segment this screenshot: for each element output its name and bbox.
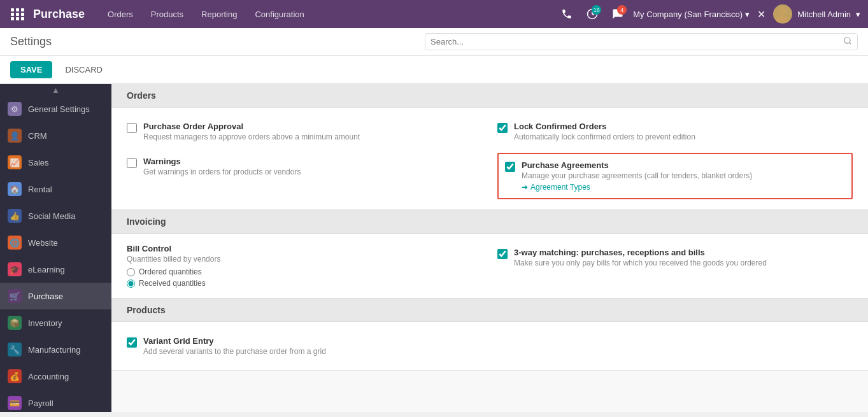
purchase-order-approval-label: Purchase Order Approval [143,122,482,131]
sidebar-item-purchase[interactable]: 🛒 Purchase [0,283,111,309]
search-icon [843,36,852,47]
chevron-down-icon: ▾ [745,10,750,19]
sidebar-item-elearning[interactable]: 🎓 eLearning [0,256,111,283]
warnings-desc: Get warnings in orders for products or v… [143,167,482,176]
agreement-types-link[interactable]: ➜ Agreement Types [522,183,590,192]
accounting-icon: 💰 [8,369,22,383]
lock-confirmed-orders-checkbox[interactable] [497,123,508,133]
invoicing-section-header: Invoicing [111,210,868,234]
sidebar: ▲ ⚙ General Settings 👤 CRM 📈 Sales 🏠 Ren… [0,84,111,412]
chat-badge: 4 [617,5,627,15]
radio-ordered-quantities[interactable]: Ordered quantities [127,267,482,276]
radio-received-quantities[interactable]: Received quantities [127,279,482,288]
arrow-right-icon: ➜ [522,183,528,192]
sidebar-item-website[interactable]: 🌐 Website [0,229,111,256]
chat-icon-btn[interactable]: 4 [608,4,628,24]
user-chevron-icon: ▾ [856,10,860,19]
manufacturing-icon: 🔧 [8,343,22,357]
variant-grid-entry-desc: Add several variants to the purchase ord… [143,347,853,356]
main-layout: ▲ ⚙ General Settings 👤 CRM 📈 Sales 🏠 Ren… [0,84,868,412]
svg-point-2 [776,16,789,23]
purchase-agreements-desc: Manage your purchase agreements (call fo… [522,171,845,180]
setting-purchase-order-approval: Purchase Order Approval Request managers… [127,118,482,145]
sidebar-item-payroll[interactable]: 💳 Payroll [0,390,111,412]
received-qty-radio[interactable] [127,279,135,288]
svg-point-1 [779,8,786,15]
purchase-icon: 🛒 [8,289,22,303]
payroll-icon: 💳 [8,396,22,410]
invoicing-section-body: Bill Control Quantities billed by vendor… [111,234,868,299]
social-icon: 👍 [8,209,22,223]
clock-icon-btn[interactable]: 16 [582,4,602,24]
purchase-agreements-checkbox[interactable] [505,162,515,172]
clock-badge: 16 [592,5,601,15]
variant-grid-entry-checkbox[interactable] [127,337,137,348]
app-title: Purchase [33,8,85,21]
inventory-icon: 📦 [8,316,22,330]
orders-section-header: Orders [111,84,868,108]
orders-right-col: Lock Confirmed Orders Automatically lock… [497,118,853,199]
nav-reporting[interactable]: Reporting [194,7,245,22]
content-area: Orders Purchase Order Approval Request m… [111,84,868,412]
sidebar-item-rental[interactable]: 🏠 Rental [0,176,111,202]
sidebar-item-social-media[interactable]: 👍 Social Media [0,202,111,229]
purchase-order-approval-checkbox[interactable] [127,123,137,133]
warnings-label: Warnings [143,157,482,166]
top-nav-menu: Orders Products Reporting Configuration [100,7,557,22]
bill-control-desc: Quantities billed by vendors [127,255,482,264]
svg-point-3 [844,38,850,43]
sidebar-item-inventory[interactable]: 📦 Inventory [0,309,111,336]
elearning-icon: 🎓 [8,262,22,276]
sidebar-item-accounting[interactable]: 💰 Accounting [0,363,111,390]
orders-settings-grid: Purchase Order Approval Request managers… [127,118,853,199]
products-section-body: Variant Grid Entry Add several variants … [111,322,868,371]
user-name[interactable]: Mitchell Admin [797,10,851,19]
warnings-checkbox[interactable] [127,158,137,168]
setting-warnings: Warnings Get warnings in orders for prod… [127,153,482,180]
variant-grid-entry-label: Variant Grid Entry [143,336,853,346]
top-navigation: Purchase Orders Products Reporting Confi… [0,0,868,28]
bill-control-radio-group: Ordered quantities Received quantities [127,267,482,288]
bill-control-label: Bill Control [127,244,482,253]
lock-confirmed-orders-label: Lock Confirmed Orders [514,122,853,131]
search-input[interactable] [430,37,843,46]
company-selector[interactable]: My Company (San Francisco) ▾ [633,10,750,19]
app-grid-icon[interactable] [8,4,28,24]
nav-products[interactable]: Products [143,7,191,22]
orders-left-col: Purchase Order Approval Request managers… [127,118,482,199]
website-icon: 🌐 [8,236,22,250]
sales-icon: 📈 [8,155,22,169]
purchase-agreements-label: Purchase Agreements [522,160,845,170]
phone-icon-btn[interactable] [557,4,577,24]
sidebar-item-sales[interactable]: 📈 Sales [0,149,111,176]
discard-button[interactable]: DISCARD [57,61,110,78]
subheader: Settings [0,28,868,56]
nav-configuration[interactable]: Configuration [247,7,311,22]
sidebar-scroll-up[interactable]: ▲ [0,84,111,95]
search-bar[interactable] [425,33,858,50]
crm-icon: 👤 [8,129,22,143]
sidebar-item-crm[interactable]: 👤 CRM [0,122,111,149]
nav-orders[interactable]: Orders [100,7,141,22]
toolbar: SAVE DISCARD [0,56,868,84]
save-button[interactable]: SAVE [10,61,52,78]
user-avatar[interactable] [773,4,792,24]
setting-purchase-agreements: Purchase Agreements Manage your purchase… [497,153,853,199]
rental-icon: 🏠 [8,182,22,196]
gear-icon: ⚙ [8,102,22,116]
invoicing-left-col: Bill Control Quantities billed by vendor… [127,244,482,288]
three-way-matching-desc: Make sure you only pay bills for which y… [514,258,853,267]
invoicing-settings-grid: Bill Control Quantities billed by vendor… [127,244,853,288]
invoicing-right-col: 3-way matching: purchases, receptions an… [497,244,853,288]
ordered-qty-radio[interactable] [127,268,135,276]
close-button[interactable]: ✕ [755,6,768,23]
sidebar-item-general-settings[interactable]: ⚙ General Settings [0,95,111,122]
three-way-matching-checkbox[interactable] [497,249,508,259]
setting-lock-confirmed-orders: Lock Confirmed Orders Automatically lock… [497,118,853,145]
setting-variant-grid-entry: Variant Grid Entry Add several variants … [127,332,853,360]
products-section-header: Products [111,299,868,322]
sidebar-item-manufacturing[interactable]: 🔧 Manufacturing [0,336,111,363]
setting-three-way-matching: 3-way matching: purchases, receptions an… [497,244,853,271]
lock-confirmed-orders-desc: Automatically lock confirmed orders to p… [514,132,853,141]
page-title: Settings [10,35,52,48]
